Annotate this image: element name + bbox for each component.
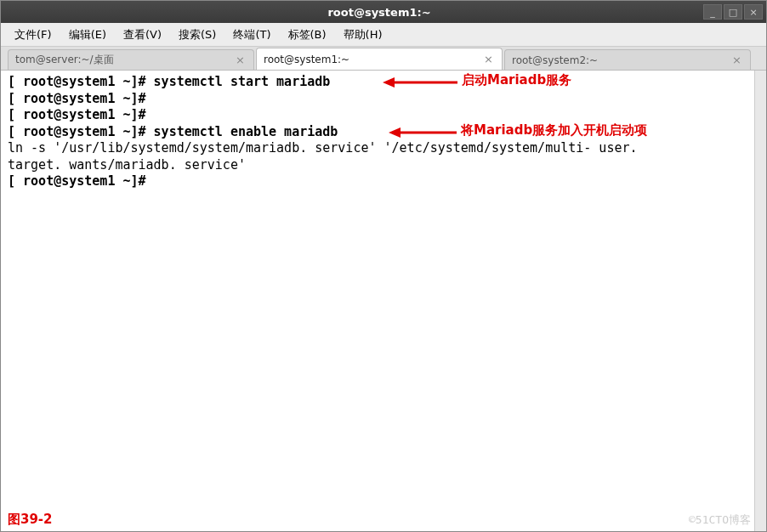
terminal-line: target. wants/mariadb. service' (8, 157, 759, 174)
menu-search[interactable]: 搜索(S) (172, 24, 223, 46)
tab-label: root@system1:~ (264, 54, 482, 65)
menu-terminal[interactable]: 终端(T) (226, 24, 277, 46)
menu-view[interactable]: 查看(V) (116, 24, 168, 46)
tab-label: root@system2:~ (512, 54, 730, 66)
scrollbar[interactable] (754, 71, 766, 532)
tab-label: tom@server:~/桌面 (15, 53, 234, 67)
terminal-line: [ root@system1 ~]# systemctl start maria… (8, 74, 759, 91)
window-title: root@system1:~ (55, 6, 703, 19)
tab-0[interactable]: tom@server:~/桌面 × (8, 49, 254, 70)
menu-tabs[interactable]: 标签(B) (281, 24, 333, 46)
terminal-line: [ root@system1 ~]# (8, 173, 759, 190)
menu-help[interactable]: 帮助(H) (337, 24, 389, 46)
window-controls: _ □ × (703, 4, 763, 20)
terminal-line: [ root@system1 ~]# (8, 107, 759, 124)
close-icon[interactable]: × (234, 54, 247, 66)
tabbar: tom@server:~/桌面 × root@system1:~ × root@… (1, 47, 766, 71)
terminal-line: ln -s '/usr/lib/systemd/system/mariadb. … (8, 140, 759, 157)
tab-1[interactable]: root@system1:~ × (256, 48, 503, 70)
close-button[interactable]: × (744, 4, 763, 20)
menu-edit[interactable]: 编辑(E) (62, 24, 113, 46)
terminal-line: [ root@system1 ~]# (8, 91, 759, 108)
close-icon[interactable]: × (730, 54, 743, 66)
annotation-text: 将Mariadb服务加入开机启动项 (461, 122, 647, 139)
maximize-button[interactable]: □ (724, 4, 742, 20)
annotation-text: 启动Mariadb服务 (462, 72, 571, 89)
close-icon[interactable]: × (482, 53, 495, 65)
terminal-area[interactable]: [ root@system1 ~]# systemctl start maria… (1, 71, 766, 532)
watermark: ©51CTO博客 (689, 513, 751, 528)
tab-2[interactable]: root@system2:~ × (504, 49, 751, 70)
menubar: 文件(F) 编辑(E) 查看(V) 搜索(S) 终端(T) 标签(B) 帮助(H… (1, 23, 766, 47)
figure-label: 图39-2 (8, 512, 53, 529)
menu-file[interactable]: 文件(F) (8, 24, 59, 46)
minimize-button[interactable]: _ (703, 4, 722, 20)
titlebar: root@system1:~ _ □ × (1, 1, 766, 23)
